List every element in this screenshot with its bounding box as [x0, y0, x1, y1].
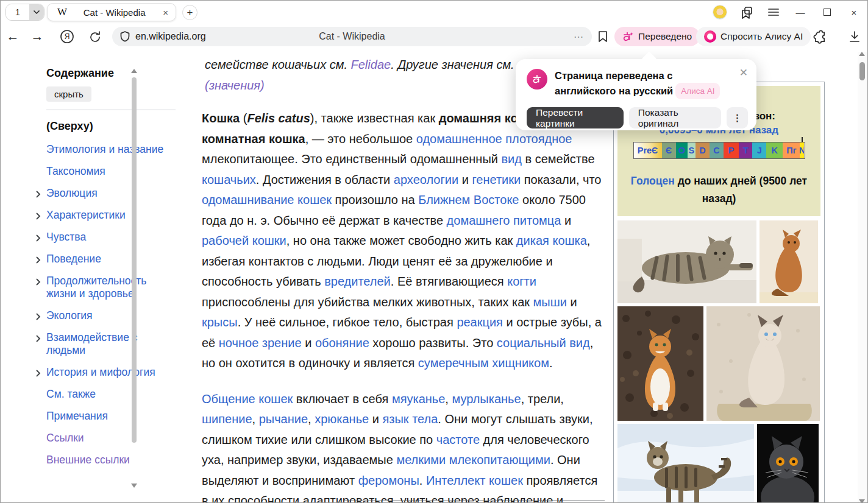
article-link[interactable]: одомашнивание кошек — [202, 193, 332, 206]
timescale-segment[interactable]: Є — [662, 142, 676, 158]
show-original-button[interactable]: Показать оригинал — [629, 107, 721, 128]
article-link[interactable]: социальный вид — [497, 336, 590, 350]
article-link[interactable]: рабочей кошки — [202, 234, 286, 247]
address-more-icon[interactable]: ⋯ — [574, 31, 585, 43]
toc-expand-chevron-icon[interactable] — [35, 311, 41, 324]
article-link[interactable]: Интеллект кошек — [426, 474, 523, 487]
toc-scroll-down-icon[interactable] — [131, 484, 137, 488]
tab-list-chevron-icon[interactable] — [29, 4, 44, 20]
article-link[interactable]: частоте — [436, 433, 480, 446]
toc-link[interactable]: См. также — [46, 388, 176, 401]
cat-photo-tabby-lying[interactable] — [617, 220, 756, 303]
popup-close-icon[interactable]: ✕ — [739, 66, 748, 79]
cat-photo-tabby-in-snow[interactable] — [617, 424, 754, 503]
toc-expand-chevron-icon[interactable] — [35, 276, 41, 289]
article-link[interactable]: вредителей — [324, 275, 391, 288]
article-link[interactable]: обоняние — [315, 336, 369, 350]
toc-link[interactable]: Внешние ссылки — [46, 454, 176, 466]
timescale-segment[interactable]: J — [752, 142, 766, 158]
maximize-button[interactable] — [814, 1, 841, 24]
article-link[interactable]: сумеречным хищником — [418, 356, 549, 370]
toc-link[interactable]: Примечания — [46, 410, 176, 423]
toc-item[interactable]: Чувства — [46, 231, 176, 244]
timescale-segment[interactable]: K — [766, 142, 783, 158]
toc-item[interactable]: Ссылки — [46, 432, 176, 445]
article-link[interactable]: Ближнем Востоке — [418, 193, 519, 206]
extensions-puzzle-icon[interactable] — [813, 30, 827, 47]
article-link[interactable]: мяуканье — [392, 392, 445, 406]
ask-alice-button[interactable]: Спросить Алису AI — [696, 27, 811, 46]
popup-more-button[interactable]: ⋮ — [727, 107, 748, 128]
toc-item[interactable]: Продолжительность жизни и здоровье — [46, 275, 176, 300]
timescale-segment[interactable]: N — [800, 142, 804, 158]
new-tab-button[interactable]: + — [182, 5, 197, 20]
toc-expand-chevron-icon[interactable] — [35, 333, 41, 346]
toc-link[interactable]: Характеристики — [46, 209, 176, 222]
toc-item[interactable]: Экология — [46, 309, 176, 322]
toc-item[interactable]: История и мифология — [46, 366, 176, 379]
article-link[interactable]: когти — [507, 275, 536, 288]
toc-item[interactable]: Таксономия — [46, 165, 176, 178]
toc-item[interactable]: Характеристики — [46, 209, 176, 222]
article-link[interactable]: кошачьих — [202, 173, 256, 186]
reload-icon[interactable] — [86, 30, 104, 43]
toc-item[interactable]: Этимология и название — [46, 143, 176, 156]
toc-expand-chevron-icon[interactable] — [35, 255, 41, 267]
toc-item[interactable]: Внешние ссылки — [46, 454, 176, 466]
timescale-segment[interactable]: S — [688, 142, 695, 158]
toc-link[interactable]: Продолжительность жизни и здоровье — [46, 275, 176, 300]
article-link[interactable]: шипение — [202, 412, 252, 426]
yandex-home-icon[interactable]: Я — [58, 29, 76, 44]
close-window-button[interactable]: × — [841, 1, 867, 24]
article-link[interactable]: Общение кошек — [202, 392, 293, 406]
article-link[interactable]: мыши — [533, 295, 567, 309]
profile-avatar[interactable] — [706, 1, 733, 24]
article-link[interactable]: хрюканье — [315, 412, 369, 426]
timescale-segment[interactable]: PreЄ — [634, 142, 662, 158]
article-link[interactable]: рычание — [259, 412, 308, 426]
toc-link[interactable]: История и мифология — [46, 366, 176, 379]
toc-link[interactable]: Таксономия — [46, 165, 176, 178]
timescale-segment[interactable]: T — [739, 142, 752, 158]
toc-link[interactable]: Этимология и название — [46, 143, 176, 156]
toc-hide-button[interactable]: скрыть — [46, 86, 91, 102]
article-link[interactable]: дикая кошка — [516, 234, 587, 247]
article-link[interactable]: язык тела — [382, 412, 438, 426]
timescale-segment[interactable]: Пг — [783, 142, 800, 158]
back-button[interactable]: ← — [1, 29, 25, 44]
article-link[interactable]: Felidae — [351, 58, 391, 71]
toc-item-top[interactable]: (Сверху) — [46, 120, 176, 133]
panels-icon[interactable] — [733, 1, 760, 24]
cat-photo-orange-sitting[interactable] — [760, 220, 818, 303]
cat-photo-siamese-on-pedestal[interactable] — [706, 306, 820, 421]
holocene-link[interactable]: Голоцен — [631, 175, 675, 187]
site-shield-icon[interactable] — [119, 30, 130, 43]
toc-expand-chevron-icon[interactable] — [35, 189, 41, 202]
article-link[interactable]: археологии — [394, 173, 458, 186]
toc-item[interactable]: Поведение — [46, 253, 176, 266]
page-scroll-down-icon[interactable] — [859, 499, 865, 503]
bookmark-icon[interactable] — [597, 30, 609, 46]
toc-link[interactable]: Экология — [46, 309, 176, 322]
translated-button[interactable]: Переведено — [614, 27, 700, 46]
article-link[interactable]: домашнего питомца — [447, 214, 561, 227]
timescale-segment[interactable]: O — [676, 142, 688, 158]
downloads-icon[interactable] — [848, 30, 861, 46]
tab-count[interactable]: 1 — [6, 4, 29, 20]
minimize-button[interactable]: — — [787, 1, 814, 24]
forward-button[interactable]: → — [25, 29, 49, 44]
timescale-segment[interactable]: C — [710, 142, 724, 158]
address-bar[interactable]: en.wikipedia.org Cat - Wikipedia ⋯ — [112, 27, 592, 46]
toc-expand-chevron-icon[interactable] — [35, 211, 41, 223]
article-link[interactable]: реакция — [457, 315, 503, 329]
timescale-segment[interactable]: P — [724, 142, 739, 158]
article-link[interactable]: мурлыканье — [452, 392, 521, 406]
timescale-segment[interactable]: D — [695, 142, 710, 158]
toc-scroll-thumb[interactable] — [132, 77, 137, 443]
article-link[interactable]: ночное зрение — [219, 336, 302, 350]
toc-item[interactable]: Примечания — [46, 410, 176, 423]
translate-images-button[interactable]: Перевести картинки — [527, 107, 624, 128]
toc-link[interactable]: Поведение — [46, 253, 176, 266]
page-scroll-up-icon[interactable] — [859, 52, 865, 56]
toc-link[interactable]: Эволюция — [46, 187, 176, 200]
